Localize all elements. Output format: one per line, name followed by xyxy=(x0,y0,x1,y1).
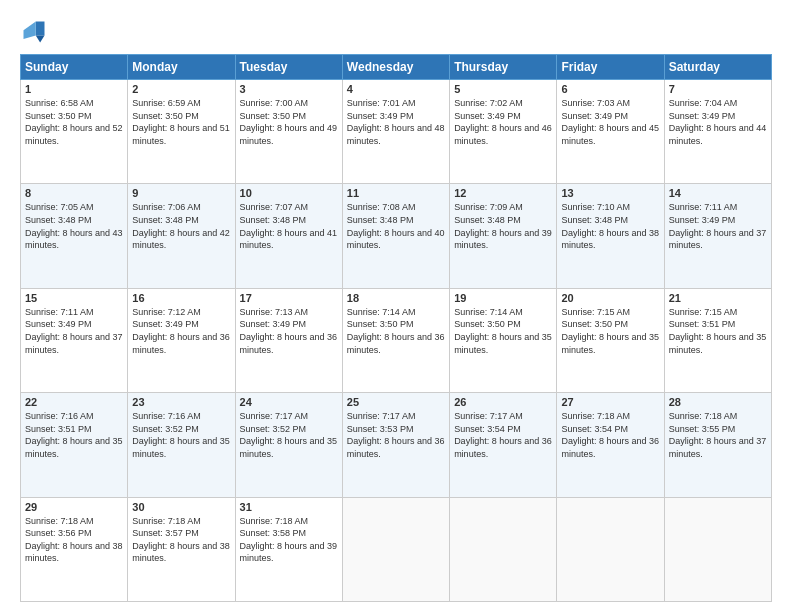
calendar-cell: 31Sunrise: 7:18 AMSunset: 3:58 PMDayligh… xyxy=(235,497,342,601)
calendar-week-5: 29Sunrise: 7:18 AMSunset: 3:56 PMDayligh… xyxy=(21,497,772,601)
day-number: 23 xyxy=(132,396,230,408)
calendar-cell: 18Sunrise: 7:14 AMSunset: 3:50 PMDayligh… xyxy=(342,288,449,392)
calendar-cell xyxy=(557,497,664,601)
day-number: 30 xyxy=(132,501,230,513)
day-number: 1 xyxy=(25,83,123,95)
calendar-cell: 17Sunrise: 7:13 AMSunset: 3:49 PMDayligh… xyxy=(235,288,342,392)
calendar-cell: 19Sunrise: 7:14 AMSunset: 3:50 PMDayligh… xyxy=(450,288,557,392)
day-number: 15 xyxy=(25,292,123,304)
day-number: 8 xyxy=(25,187,123,199)
day-info: Sunrise: 7:14 AMSunset: 3:50 PMDaylight:… xyxy=(454,306,552,356)
day-number: 27 xyxy=(561,396,659,408)
calendar-week-4: 22Sunrise: 7:16 AMSunset: 3:51 PMDayligh… xyxy=(21,393,772,497)
calendar-cell xyxy=(450,497,557,601)
calendar-week-3: 15Sunrise: 7:11 AMSunset: 3:49 PMDayligh… xyxy=(21,288,772,392)
day-info: Sunrise: 7:07 AMSunset: 3:48 PMDaylight:… xyxy=(240,201,338,251)
calendar-cell: 27Sunrise: 7:18 AMSunset: 3:54 PMDayligh… xyxy=(557,393,664,497)
day-number: 24 xyxy=(240,396,338,408)
day-number: 3 xyxy=(240,83,338,95)
day-info: Sunrise: 7:08 AMSunset: 3:48 PMDaylight:… xyxy=(347,201,445,251)
calendar-cell: 4Sunrise: 7:01 AMSunset: 3:49 PMDaylight… xyxy=(342,80,449,184)
day-info: Sunrise: 7:14 AMSunset: 3:50 PMDaylight:… xyxy=(347,306,445,356)
day-number: 28 xyxy=(669,396,767,408)
calendar-cell: 5Sunrise: 7:02 AMSunset: 3:49 PMDaylight… xyxy=(450,80,557,184)
day-info: Sunrise: 7:13 AMSunset: 3:49 PMDaylight:… xyxy=(240,306,338,356)
day-number: 16 xyxy=(132,292,230,304)
day-info: Sunrise: 7:16 AMSunset: 3:51 PMDaylight:… xyxy=(25,410,123,460)
day-info: Sunrise: 7:09 AMSunset: 3:48 PMDaylight:… xyxy=(454,201,552,251)
day-info: Sunrise: 7:00 AMSunset: 3:50 PMDaylight:… xyxy=(240,97,338,147)
calendar-cell: 8Sunrise: 7:05 AMSunset: 3:48 PMDaylight… xyxy=(21,184,128,288)
day-info: Sunrise: 7:18 AMSunset: 3:56 PMDaylight:… xyxy=(25,515,123,565)
calendar-cell: 26Sunrise: 7:17 AMSunset: 3:54 PMDayligh… xyxy=(450,393,557,497)
calendar-cell: 15Sunrise: 7:11 AMSunset: 3:49 PMDayligh… xyxy=(21,288,128,392)
calendar-cell: 22Sunrise: 7:16 AMSunset: 3:51 PMDayligh… xyxy=(21,393,128,497)
day-info: Sunrise: 7:12 AMSunset: 3:49 PMDaylight:… xyxy=(132,306,230,356)
day-info: Sunrise: 7:01 AMSunset: 3:49 PMDaylight:… xyxy=(347,97,445,147)
weekday-header-sunday: Sunday xyxy=(21,55,128,80)
day-info: Sunrise: 7:02 AMSunset: 3:49 PMDaylight:… xyxy=(454,97,552,147)
weekday-header-wednesday: Wednesday xyxy=(342,55,449,80)
calendar-cell: 23Sunrise: 7:16 AMSunset: 3:52 PMDayligh… xyxy=(128,393,235,497)
day-number: 10 xyxy=(240,187,338,199)
day-number: 25 xyxy=(347,396,445,408)
day-info: Sunrise: 6:58 AMSunset: 3:50 PMDaylight:… xyxy=(25,97,123,147)
calendar-cell: 21Sunrise: 7:15 AMSunset: 3:51 PMDayligh… xyxy=(664,288,771,392)
calendar-cell: 10Sunrise: 7:07 AMSunset: 3:48 PMDayligh… xyxy=(235,184,342,288)
calendar-cell: 20Sunrise: 7:15 AMSunset: 3:50 PMDayligh… xyxy=(557,288,664,392)
day-info: Sunrise: 7:15 AMSunset: 3:51 PMDaylight:… xyxy=(669,306,767,356)
calendar-cell: 3Sunrise: 7:00 AMSunset: 3:50 PMDaylight… xyxy=(235,80,342,184)
day-info: Sunrise: 7:11 AMSunset: 3:49 PMDaylight:… xyxy=(25,306,123,356)
day-number: 21 xyxy=(669,292,767,304)
day-number: 20 xyxy=(561,292,659,304)
day-info: Sunrise: 6:59 AMSunset: 3:50 PMDaylight:… xyxy=(132,97,230,147)
day-info: Sunrise: 7:17 AMSunset: 3:52 PMDaylight:… xyxy=(240,410,338,460)
weekday-header-tuesday: Tuesday xyxy=(235,55,342,80)
weekday-header-thursday: Thursday xyxy=(450,55,557,80)
day-number: 9 xyxy=(132,187,230,199)
day-number: 7 xyxy=(669,83,767,95)
header xyxy=(20,18,772,46)
day-info: Sunrise: 7:15 AMSunset: 3:50 PMDaylight:… xyxy=(561,306,659,356)
day-number: 6 xyxy=(561,83,659,95)
calendar-cell: 1Sunrise: 6:58 AMSunset: 3:50 PMDaylight… xyxy=(21,80,128,184)
calendar-cell: 2Sunrise: 6:59 AMSunset: 3:50 PMDaylight… xyxy=(128,80,235,184)
calendar-cell: 6Sunrise: 7:03 AMSunset: 3:49 PMDaylight… xyxy=(557,80,664,184)
weekday-header-monday: Monday xyxy=(128,55,235,80)
day-info: Sunrise: 7:18 AMSunset: 3:57 PMDaylight:… xyxy=(132,515,230,565)
day-number: 18 xyxy=(347,292,445,304)
calendar-cell: 14Sunrise: 7:11 AMSunset: 3:49 PMDayligh… xyxy=(664,184,771,288)
day-info: Sunrise: 7:17 AMSunset: 3:53 PMDaylight:… xyxy=(347,410,445,460)
day-number: 5 xyxy=(454,83,552,95)
calendar-cell: 16Sunrise: 7:12 AMSunset: 3:49 PMDayligh… xyxy=(128,288,235,392)
day-info: Sunrise: 7:03 AMSunset: 3:49 PMDaylight:… xyxy=(561,97,659,147)
calendar-cell xyxy=(342,497,449,601)
day-info: Sunrise: 7:18 AMSunset: 3:54 PMDaylight:… xyxy=(561,410,659,460)
day-number: 4 xyxy=(347,83,445,95)
day-number: 22 xyxy=(25,396,123,408)
calendar-cell: 9Sunrise: 7:06 AMSunset: 3:48 PMDaylight… xyxy=(128,184,235,288)
weekday-header-saturday: Saturday xyxy=(664,55,771,80)
day-number: 12 xyxy=(454,187,552,199)
calendar-cell: 11Sunrise: 7:08 AMSunset: 3:48 PMDayligh… xyxy=(342,184,449,288)
calendar-cell: 12Sunrise: 7:09 AMSunset: 3:48 PMDayligh… xyxy=(450,184,557,288)
day-number: 13 xyxy=(561,187,659,199)
day-info: Sunrise: 7:05 AMSunset: 3:48 PMDaylight:… xyxy=(25,201,123,251)
day-info: Sunrise: 7:16 AMSunset: 3:52 PMDaylight:… xyxy=(132,410,230,460)
day-number: 19 xyxy=(454,292,552,304)
day-info: Sunrise: 7:04 AMSunset: 3:49 PMDaylight:… xyxy=(669,97,767,147)
calendar-cell: 25Sunrise: 7:17 AMSunset: 3:53 PMDayligh… xyxy=(342,393,449,497)
calendar-cell: 30Sunrise: 7:18 AMSunset: 3:57 PMDayligh… xyxy=(128,497,235,601)
day-number: 11 xyxy=(347,187,445,199)
calendar-cell: 7Sunrise: 7:04 AMSunset: 3:49 PMDaylight… xyxy=(664,80,771,184)
logo-icon xyxy=(20,18,48,46)
day-info: Sunrise: 7:18 AMSunset: 3:55 PMDaylight:… xyxy=(669,410,767,460)
day-number: 2 xyxy=(132,83,230,95)
weekday-header-row: SundayMondayTuesdayWednesdayThursdayFrid… xyxy=(21,55,772,80)
day-info: Sunrise: 7:10 AMSunset: 3:48 PMDaylight:… xyxy=(561,201,659,251)
svg-marker-1 xyxy=(36,22,45,36)
calendar-cell xyxy=(664,497,771,601)
day-number: 17 xyxy=(240,292,338,304)
calendar-week-1: 1Sunrise: 6:58 AMSunset: 3:50 PMDaylight… xyxy=(21,80,772,184)
weekday-header-friday: Friday xyxy=(557,55,664,80)
